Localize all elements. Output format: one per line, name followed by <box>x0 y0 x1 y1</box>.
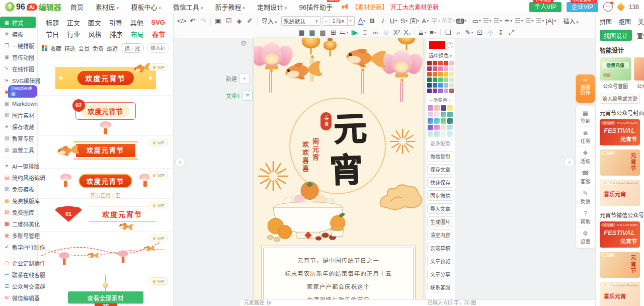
template-item-5[interactable]: ♛VIP 01 欢度元宵节 <box>38 199 173 232</box>
sidebar-item-online-service[interactable]: ☷ 联系在线客服 <box>0 269 37 280</box>
color-swatch[interactable] <box>427 89 432 93</box>
nav-custom-design[interactable]: 定制设计 <box>257 2 287 12</box>
download-icon[interactable]: ↧ <box>496 28 506 38</box>
filter-link[interactable]: 免费 <box>93 44 104 52</box>
pick-color-label[interactable]: 选中换色 <box>427 51 453 59</box>
save-article-button[interactable]: 保存文章 <box>427 164 453 175</box>
personal-vip-button[interactable]: 开年限定个人VIP <box>529 2 561 12</box>
gradient-swatch[interactable] <box>447 118 453 124</box>
highlight-icon[interactable]: ab <box>456 16 467 26</box>
bg-color-icon[interactable]: A <box>410 16 420 26</box>
generate-image-button[interactable]: 生成图片 <box>427 216 453 227</box>
tab-collage[interactable]: 拼图 <box>600 17 612 26</box>
image-icon[interactable]: ▦ <box>296 28 307 38</box>
color-swatch[interactable] <box>449 66 454 71</box>
sidebar-item-qrcode-beautify[interactable]: ▩ 二维码美化 <box>0 218 37 230</box>
tab-sort[interactable]: 排序 <box>110 29 123 39</box>
font-color-alt-icon[interactable]: A <box>420 16 431 26</box>
more-colors-link[interactable]: 更多配色 <box>427 139 453 147</box>
no-copy-icon[interactable]: 不 <box>485 28 496 38</box>
tab-spring-festival[interactable]: 春节 <box>152 29 165 39</box>
current-color-swatch[interactable] <box>429 41 445 49</box>
strikethrough-icon[interactable]: S <box>399 16 410 26</box>
enterprise-vip-button[interactable]: 500张素材卡企业VIP <box>567 2 598 12</box>
find-replace-icon[interactable]: ⌕ <box>453 28 464 38</box>
unlink-icon[interactable]: ⊘ <box>381 28 391 38</box>
align-justify-icon[interactable]: ☰ <box>514 16 524 26</box>
redo-icon[interactable]: ↷ <box>198 16 208 26</box>
help-button[interactable]: ? 帮助 <box>576 207 595 227</box>
letter-spacing-icon[interactable]: |A| <box>545 16 556 26</box>
article-tab[interactable]: 文章1 ≡ <box>226 91 253 101</box>
check-doc-icon[interactable]: ☑ <box>223 16 234 26</box>
coin-gem-icon[interactable] <box>616 3 625 11</box>
paragraph-line[interactable]: 家家户户都会庆祝这个 <box>262 280 415 293</box>
article-preview-button[interactable]: 文章预览 <box>427 256 453 266</box>
color-swatch[interactable] <box>438 83 443 88</box>
cover-thumbnail[interactable]: VIP 元宵节 <box>600 149 640 176</box>
signin-button[interactable]: ▦ 签到 <box>576 107 595 126</box>
sidebar-item-enterprise-plugin[interactable]: ▢ 企业定制插件 <box>0 257 37 269</box>
color-swatch[interactable] <box>449 61 454 65</box>
color-swatch[interactable] <box>449 83 454 88</box>
font-color-icon[interactable]: A <box>357 16 367 26</box>
sidebar-item-account-group[interactable]: ☰ 公众号交流群 <box>0 280 37 292</box>
filter-link[interactable]: 精选 <box>64 44 75 52</box>
tab-beautify[interactable]: 美图 <box>638 17 644 26</box>
gradient-swatch[interactable] <box>447 112 453 117</box>
smart-design-card[interactable]: 公众号首图 <box>634 57 644 90</box>
align-center-icon[interactable]: ☰ <box>493 16 503 26</box>
color-swatch[interactable] <box>427 83 432 88</box>
gradient-swatch[interactable] <box>428 118 433 124</box>
gradient-swatch[interactable] <box>447 125 453 130</box>
sidebar-item-teaching-ppt[interactable]: ✔ 教学PPT制作 <box>0 241 37 253</box>
color-swatch[interactable] <box>433 72 437 76</box>
sidebar-item-templates[interactable]: ❖ 模板 <box>0 28 37 40</box>
article-share-button[interactable]: 文章分享 <box>427 269 453 279</box>
color-swatch[interactable] <box>444 78 448 82</box>
insert-dropdown[interactable]: 插入 <box>563 17 579 25</box>
align-left-icon[interactable]: ☰ <box>482 16 493 26</box>
sidebar-item-ai-one-click[interactable]: ✦ AI一键排版 <box>0 160 37 172</box>
smart-design-card[interactable]: 话费充值 领取 公众号首图 <box>600 57 631 90</box>
sidebar-item-operation-tools[interactable]: ▥ 运营工具 <box>0 144 37 156</box>
html-source-icon[interactable]: </> <box>177 16 187 26</box>
gradient-text-icon[interactable]: 渐变 <box>441 16 456 26</box>
gradient-swatch[interactable] <box>434 125 440 130</box>
gradient-swatch[interactable] <box>441 118 446 124</box>
color-swatch[interactable] <box>444 66 448 71</box>
cover-thumbnail[interactable]: VIP The Lantern Festival 喜乐元宵 <box>600 282 640 306</box>
gradient-swatch[interactable] <box>428 105 433 111</box>
tab-industry[interactable]: 行业 <box>67 29 80 39</box>
color-swatch[interactable] <box>433 61 437 65</box>
paste-icon[interactable]: ❏ <box>443 28 453 38</box>
sidebar-item-image-assets[interactable]: ▧ 图片素材 <box>0 109 37 121</box>
article-canvas[interactable]: 元 宵 美食 闹元宵 欢欢喜喜 <box>254 38 423 299</box>
sync-wechat-button[interactable]: 同步微信 <box>427 190 453 201</box>
line-height-icon[interactable]: ☰ <box>535 16 545 26</box>
cover-thumbnail[interactable]: VIP 元宵节 <box>600 252 640 278</box>
gallery-icon[interactable]: ▤ <box>307 28 317 38</box>
underline-icon[interactable]: U <box>388 16 399 26</box>
color-swatch[interactable] <box>433 66 437 71</box>
nav-plugin-assistant[interactable]: 96插件助手NEW <box>299 2 333 12</box>
color-swatch[interactable] <box>449 89 454 93</box>
promo-image-tab[interactable]: 宣传图制作 <box>637 31 644 40</box>
material-search-input[interactable] <box>150 45 163 51</box>
color-swatch[interactable] <box>444 89 448 93</box>
tab-festival[interactable]: 节日 <box>46 29 59 39</box>
palette-icon[interactable] <box>42 45 47 51</box>
char-scale-icon[interactable]: 平 <box>431 16 441 26</box>
sidebar-item-free-template-lib[interactable]: ▦ 免费模版库 <box>0 195 37 206</box>
gradient-swatch[interactable] <box>447 131 453 137</box>
sidebar-item-multi-account[interactable]: ▣ 多账号管理 <box>0 230 37 241</box>
tab-guide[interactable]: 引导 <box>109 18 122 27</box>
gradient-swatch[interactable] <box>434 131 440 137</box>
gradient-swatch[interactable] <box>441 112 446 117</box>
announcement[interactable]: 【素材更新】 开工大吉素材更新 <box>342 3 439 11</box>
template-item-4[interactable]: ♛VIP 欢度元宵节 农历正月十五 <box>38 169 173 199</box>
unordered-list-icon[interactable]: ≡ <box>428 28 438 38</box>
sidebar-item-markdown[interactable]: ▦ Markdown <box>0 98 37 109</box>
help-question-icon[interactable]: ? <box>447 42 453 48</box>
color-swatch[interactable] <box>449 78 454 82</box>
